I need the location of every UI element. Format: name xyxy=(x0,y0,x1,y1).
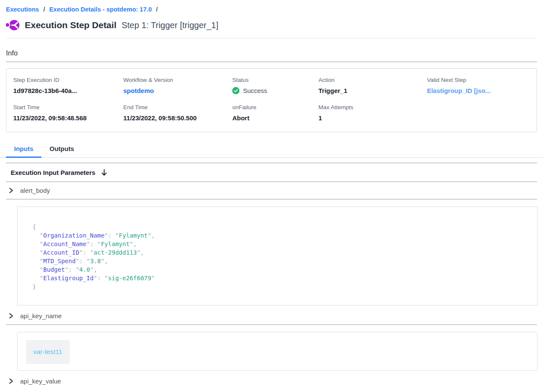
section-name: api_key_name xyxy=(20,312,62,319)
breadcrumb-separator: / xyxy=(43,6,45,13)
field-status: Status Success xyxy=(232,77,318,94)
field-label: Start Time xyxy=(13,104,123,110)
fylamynt-logo-icon xyxy=(6,19,20,32)
field-value: 11/23/2022, 09:58:50.500 xyxy=(123,114,232,122)
alert-body-code-block: {"Organization_Name": "Fylamynt","Accoun… xyxy=(17,206,537,305)
field-label: Workflow & Version xyxy=(123,77,232,83)
section-name: alert_body xyxy=(20,187,50,194)
info-heading: Info xyxy=(6,49,537,57)
field-label: Status xyxy=(232,77,318,83)
title-divider xyxy=(6,38,537,38)
workflow-link[interactable]: spotdemo xyxy=(123,87,232,94)
execution-input-parameters-header: Execution Input Parameters xyxy=(0,163,543,181)
api-key-name-chip: var-test11 xyxy=(26,340,70,364)
field-workflow-version: Workflow & Version spotdemo xyxy=(123,77,232,94)
field-label: Valid Next Step xyxy=(427,77,532,83)
tab-outputs[interactable]: Outputs xyxy=(41,142,82,158)
field-value: 11/23/2022, 09:58:48.568 xyxy=(13,114,123,122)
json-code: {"Organization_Name": "Fylamynt","Accoun… xyxy=(32,223,528,291)
field-end-time: End Time 11/23/2022, 09:58:50.500 xyxy=(123,104,232,122)
page-subtitle: Step 1: Trigger [trigger_1] xyxy=(122,20,219,30)
breadcrumb-trailing-separator: / xyxy=(156,6,158,13)
status-badge: Success xyxy=(243,87,267,94)
field-value: Trigger_1 xyxy=(318,87,427,94)
chevron-right-icon[interactable] xyxy=(9,313,14,319)
field-max-attempts: Max Attempts 1 xyxy=(318,104,427,122)
field-empty xyxy=(427,104,532,122)
tab-bar: Inputs Outputs xyxy=(0,142,543,158)
field-label: Max Attempts xyxy=(318,104,427,110)
info-card: Step Execution ID 1d97828c-13b6-40a... W… xyxy=(6,68,537,132)
alert-body-divider xyxy=(6,199,537,200)
field-value: Abort xyxy=(232,114,318,122)
chevron-right-icon[interactable] xyxy=(9,187,14,194)
info-divider xyxy=(6,61,537,62)
page-title: Execution Step Detail xyxy=(25,20,117,30)
breadcrumb-link-execution-details[interactable]: Execution Details - spotdemo: 17.0 xyxy=(49,6,152,13)
field-valid-next-step: Valid Next Step Elastigroup_ID [jso... xyxy=(427,77,532,94)
field-label: Action xyxy=(318,77,427,83)
api-key-name-value-box: var-test11 xyxy=(17,332,537,371)
arrow-down-icon[interactable] xyxy=(101,169,107,176)
breadcrumb: Executions / Execution Details - spotdem… xyxy=(0,0,543,13)
field-value: 1d97828c-13b6-40a... xyxy=(13,87,123,94)
tab-inputs[interactable]: Inputs xyxy=(6,142,41,158)
field-onfailure: onFailure Abort xyxy=(232,104,318,122)
valid-next-step-link[interactable]: Elastigroup_ID [jso... xyxy=(427,87,532,94)
field-action: Action Trigger_1 xyxy=(318,77,427,94)
section-api-key-name[interactable]: api_key_name xyxy=(0,308,543,324)
field-label: Step Execution ID xyxy=(13,77,123,83)
section-alert-body[interactable]: alert_body xyxy=(0,182,543,199)
field-value: 1 xyxy=(318,114,427,122)
api-key-name-divider xyxy=(6,324,537,325)
page-header: Execution Step Detail Step 1: Trigger [t… xyxy=(0,13,543,32)
field-label: End Time xyxy=(123,104,232,110)
section-api-key-value[interactable]: api_key_value xyxy=(0,373,543,389)
section-name: api_key_value xyxy=(20,377,61,385)
execution-input-parameters-title: Execution Input Parameters xyxy=(11,169,95,176)
success-check-icon xyxy=(232,87,239,94)
field-start-time: Start Time 11/23/2022, 09:58:48.568 xyxy=(13,104,123,122)
field-label: onFailure xyxy=(232,104,318,110)
field-step-execution-id: Step Execution ID 1d97828c-13b6-40a... xyxy=(13,77,123,94)
breadcrumb-link-executions[interactable]: Executions xyxy=(6,6,39,13)
chevron-right-icon[interactable] xyxy=(9,378,14,384)
